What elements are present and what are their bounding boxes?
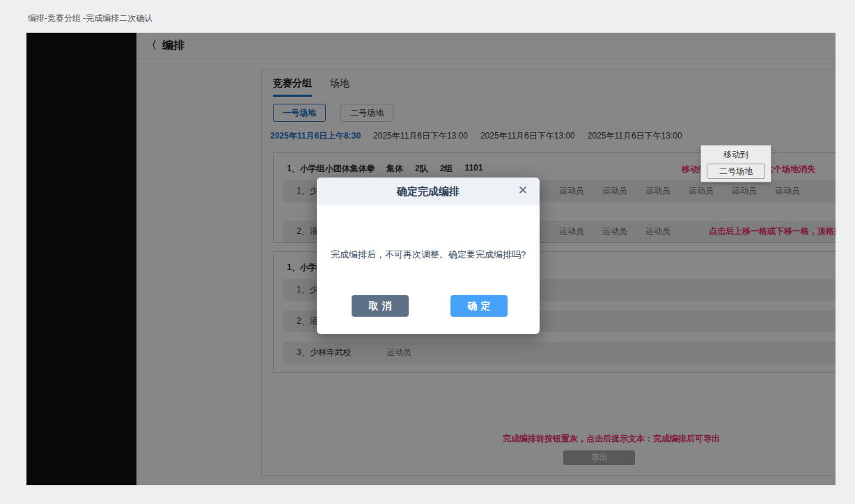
move-to-title: 移动到 [723,149,748,161]
close-icon[interactable]: ✕ [518,184,528,198]
dialog-message: 完成编排后，不可再次调整。确定要完成编排吗? [317,249,540,261]
move-to-option-venue-2[interactable]: 二号场地 [707,164,765,179]
confirm-button[interactable]: 确定 [450,295,508,317]
app-frame: 〈 编排 竞赛分组 场地 一号场地 二号场地 2025年11月6日上午8:30 … [26,33,836,485]
dialog-header: 确定完成编排 ✕ [317,178,540,205]
move-to-popup: 移动到 二号场地 [700,145,771,182]
cancel-button[interactable]: 取消 [352,295,409,317]
breadcrumb: 编排-竞赛分组 -完成编排二次确认 [28,13,152,24]
confirm-dialog: 确定完成编排 ✕ 完成编排后，不可再次调整。确定要完成编排吗? 取消 确定 [317,178,540,334]
dialog-buttons: 取消 确定 [317,295,540,317]
dialog-title: 确定完成编排 [397,185,460,198]
